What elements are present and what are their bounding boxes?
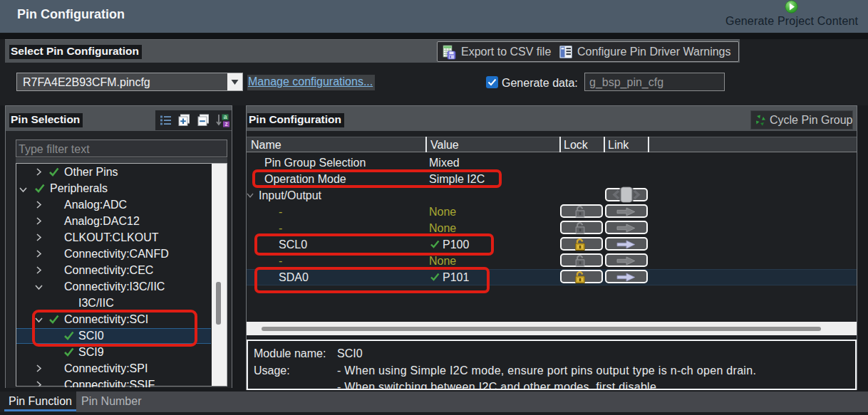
svg-text:a: a	[224, 114, 227, 120]
svg-text:z: z	[224, 120, 227, 127]
